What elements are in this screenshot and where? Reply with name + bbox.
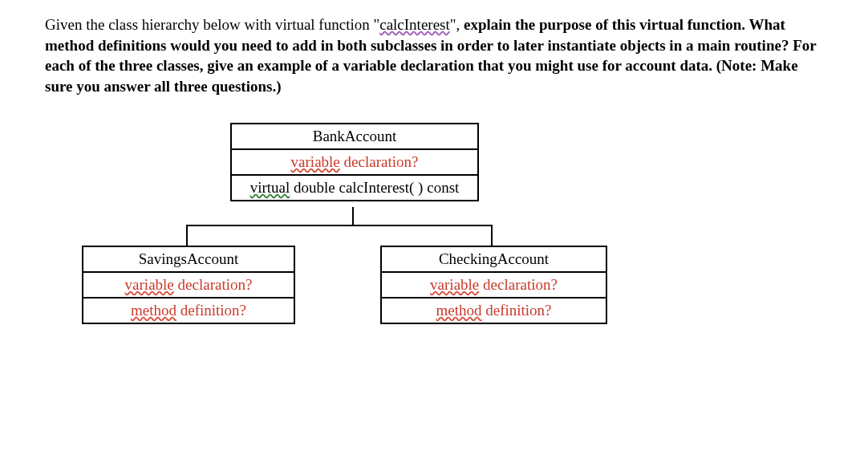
connector-vertical-checking <box>491 225 493 246</box>
connector-horizontal <box>186 225 493 226</box>
method-word: method <box>436 302 481 319</box>
virtual-word: virtual <box>250 179 290 196</box>
savings-method-row: method definition? <box>83 299 294 323</box>
class-name-bankaccount: BankAccount <box>232 124 477 150</box>
checking-method-row: method definition? <box>382 299 606 323</box>
method-rest: definition? <box>481 302 551 319</box>
method-rest: definition? <box>176 302 246 319</box>
variable-rest: declaration? <box>479 276 558 293</box>
connector-vertical-top <box>352 207 354 225</box>
bankaccount-virtual-row: virtual double calcInterest( ) const <box>232 176 477 200</box>
virtual-rest: double calcInterest( ) const <box>290 179 459 196</box>
class-name-checkingaccount: CheckingAccount <box>382 247 606 273</box>
question-prompt: Given the class hierarchy below with vir… <box>45 14 823 97</box>
class-name-savingsaccount: SavingsAccount <box>83 247 294 273</box>
question-funcname: calcInterest <box>379 16 450 33</box>
class-box-savingsaccount: SavingsAccount variable declaration? met… <box>82 246 295 324</box>
method-word: method <box>131 302 176 319</box>
bankaccount-variable-row: variable declaration? <box>232 150 477 176</box>
question-after-func: ", <box>450 16 464 33</box>
question-prefix: Given the class hierarchy below with vir… <box>45 16 379 33</box>
variable-word: variable <box>291 153 340 170</box>
class-box-bankaccount: BankAccount variable declaration? virtua… <box>230 123 479 201</box>
savings-variable-row: variable declaration? <box>83 273 294 299</box>
variable-rest: declaration? <box>174 276 253 293</box>
variable-rest: declaration? <box>340 153 419 170</box>
variable-word: variable <box>125 276 174 293</box>
checking-variable-row: variable declaration? <box>382 273 606 299</box>
connector-vertical-savings <box>186 225 188 246</box>
variable-word: variable <box>430 276 479 293</box>
class-box-checkingaccount: CheckingAccount variable declaration? me… <box>380 246 607 324</box>
